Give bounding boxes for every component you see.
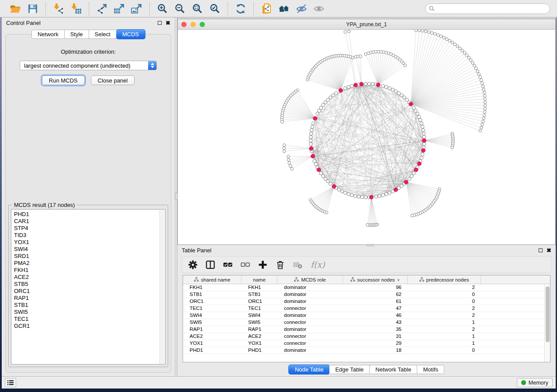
table-row[interactable]: FKH1FKH1dominator962 [183,284,550,291]
network-leaf-node[interactable] [421,30,424,32]
network-leaf-node[interactable] [418,30,421,32]
mcds-result-item[interactable]: STB5 [14,281,165,288]
mcds-result-item[interactable]: ORC1 [14,288,165,295]
network-node[interactable] [347,193,350,196]
cell-predecessor-nodes[interactable]: 0 [408,298,481,305]
network-hub-node[interactable] [376,83,380,87]
tab-edge-table[interactable]: Edge Table [329,365,370,374]
network-node[interactable] [421,153,424,156]
export-table-icon[interactable] [112,2,127,16]
cell-MCDS-role[interactable]: dominator [277,326,343,333]
import-network-icon[interactable] [51,2,66,16]
zoom-out-icon[interactable] [173,2,187,16]
network-canvas[interactable] [178,30,555,244]
close-panel-icon[interactable]: ✖ [166,20,170,26]
deselect-all-icon[interactable] [241,260,250,269]
network-hub-node[interactable] [404,180,408,184]
cell-name[interactable]: ACE2 [242,333,277,340]
network-leaf-node[interactable] [288,162,291,165]
mcds-result-item[interactable]: FKH1 [14,267,165,274]
network-leaf-node[interactable] [456,45,459,48]
network-leaf-node[interactable] [281,120,284,124]
network-leaf-node[interactable] [451,41,454,44]
network-leaf-node[interactable] [483,91,486,94]
network-leaf-node[interactable] [351,56,354,59]
network-overview-icon[interactable] [277,2,291,16]
network-leaf-node[interactable] [289,165,292,168]
cell-predecessor-nodes[interactable]: 0 [408,347,481,354]
network-leaf-node[interactable] [433,32,436,35]
network-leaf-node[interactable] [463,52,466,55]
network-hub-node[interactable] [317,168,321,172]
table-splitter-grip[interactable] [367,244,374,246]
cell-successor-nodes[interactable]: 47 [343,305,408,312]
cell-predecessor-nodes[interactable]: 1 [408,319,481,326]
network-leaf-node[interactable] [359,55,362,58]
network-node[interactable] [414,109,418,113]
table-row[interactable]: STB1STB1dominator620 [183,291,550,298]
mcds-result-item[interactable]: GCR1 [14,323,165,330]
cell-shared-name[interactable]: FKH1 [183,284,242,291]
cell-shared-name[interactable]: YOX1 [183,340,242,347]
network-node[interactable] [313,159,316,163]
network-node[interactable] [340,190,344,193]
cell-predecessor-nodes[interactable]: 2 [408,305,481,312]
cell-shared-name[interactable]: RAP1 [183,326,242,333]
network-leaf-node[interactable] [424,30,427,33]
hide-details-icon[interactable] [294,2,309,16]
table-row[interactable]: SWI5SWI5connector431 [183,319,550,326]
cell-MCDS-role[interactable]: dominator [277,347,343,354]
network-node[interactable] [384,86,388,89]
network-leaf-node[interactable] [451,146,454,149]
open-file-icon[interactable] [8,2,23,16]
cell-name[interactable]: TEC1 [242,305,277,312]
cell-shared-name[interactable]: STB1 [183,291,242,298]
cell-successor-nodes[interactable]: 31 [343,333,408,340]
tab-style[interactable]: Style [65,30,89,39]
float-table-panel-icon[interactable] [539,248,543,252]
cell-MCDS-role[interactable]: dominator [277,284,343,291]
network-node[interactable] [350,84,354,88]
export-network-icon[interactable] [94,2,109,16]
network-node[interactable] [416,112,419,116]
network-leaf-node[interactable] [483,113,486,117]
network-node[interactable] [394,90,398,93]
cell-name[interactable]: YOX1 [242,340,277,347]
network-node[interactable] [410,175,414,178]
save-session-icon[interactable] [25,2,40,16]
network-leaf-node[interactable] [453,43,457,46]
network-leaf-node[interactable] [481,82,484,85]
cell-shared-name[interactable]: TEC1 [183,305,242,312]
tab-select[interactable]: Select [89,30,117,39]
search-field[interactable] [425,3,550,14]
network-window-titlebar[interactable]: YPA_prune.txt_1 [178,19,555,30]
network-node[interactable] [391,88,394,92]
network-leaf-node[interactable] [443,36,446,39]
delete-column-icon[interactable] [276,260,285,269]
network-leaf-node[interactable] [411,214,414,217]
network-leaf-node[interactable] [427,31,430,34]
column-header-predecessor-nodes[interactable]: predecessor nodes [408,275,481,284]
cell-MCDS-role[interactable]: connector [277,340,343,347]
column-header-successor-nodes[interactable]: successor nodes∨ [343,275,408,284]
network-node[interactable] [381,193,385,197]
mcds-result-item[interactable]: SWI4 [14,246,165,253]
network-node[interactable] [360,196,364,199]
cell-shared-name[interactable]: ACE2 [183,333,242,340]
tab-mcds[interactable]: MCDS [116,29,145,39]
network-node[interactable] [309,132,313,135]
network-leaf-node[interactable] [469,59,472,62]
table-row[interactable]: ACE2ACE2connector311 [183,333,550,340]
network-node[interactable] [357,195,360,199]
network-leaf-node[interactable] [474,67,477,70]
network-node[interactable] [319,172,323,175]
network-leaf-node[interactable] [404,64,407,67]
close-panel-button[interactable]: Close panel [91,76,135,85]
cell-name[interactable]: ORC1 [242,298,277,305]
cell-successor-nodes[interactable]: 46 [343,312,408,319]
mcds-list-scrollbar[interactable] [159,210,165,364]
network-leaf-node[interactable] [484,101,487,104]
cell-successor-nodes[interactable]: 29 [343,340,408,347]
network-node[interactable] [419,118,422,122]
network-node[interactable] [371,83,374,86]
